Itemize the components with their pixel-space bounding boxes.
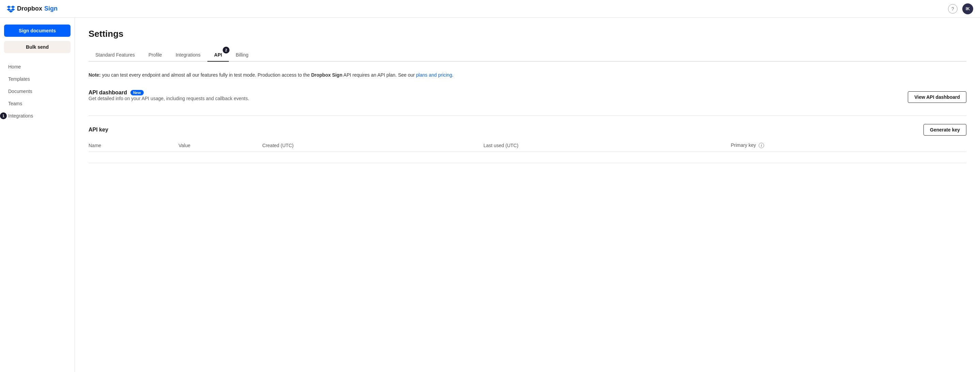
view-api-dashboard-button[interactable]: View API dashboard bbox=[908, 91, 966, 103]
sign-documents-button[interactable]: Sign documents bbox=[4, 24, 70, 37]
api-key-header: API key Generate key bbox=[89, 124, 966, 136]
sidebar-item-home[interactable]: Home bbox=[0, 61, 75, 73]
tab-billing[interactable]: Billing bbox=[229, 49, 255, 62]
dropbox-logo-icon bbox=[7, 5, 15, 13]
plans-pricing-link[interactable]: plans and pricing bbox=[416, 72, 452, 78]
logo-dropbox-text: Dropbox bbox=[17, 5, 42, 12]
avatar-button[interactable]: IK bbox=[962, 3, 973, 14]
note-text2: API requires an API plan. See our bbox=[342, 72, 416, 78]
api-key-table-head: Name Value Created (UTC) Last used (UTC)… bbox=[89, 139, 966, 152]
header: Dropbox Sign ? IK bbox=[0, 0, 980, 18]
col-value: Value bbox=[178, 139, 262, 152]
help-button[interactable]: ? bbox=[948, 4, 958, 14]
main-content: Settings Standard Features Profile Integ… bbox=[75, 18, 980, 372]
generate-key-button[interactable]: Generate key bbox=[923, 124, 966, 136]
note-text: you can test every endpoint and almost a… bbox=[101, 72, 311, 78]
sidebar-item-templates-label: Templates bbox=[8, 76, 30, 82]
sidebar-item-home-label: Home bbox=[8, 64, 21, 70]
api-key-title: API key bbox=[89, 127, 108, 133]
api-dashboard-title-row: API dashboard New bbox=[89, 89, 249, 96]
sidebar-nav: Home Templates Documents Teams 1 Integra… bbox=[0, 61, 75, 122]
note-suffix: . bbox=[452, 72, 453, 78]
note-prefix: Note: bbox=[89, 72, 101, 78]
sidebar-item-teams-label: Teams bbox=[8, 101, 22, 106]
primary-key-info-icon[interactable]: i bbox=[759, 143, 764, 148]
logo: Dropbox Sign bbox=[7, 5, 57, 13]
note-brand: Dropbox Sign bbox=[311, 72, 342, 78]
col-primary-key-label: Primary key bbox=[731, 142, 756, 148]
sidebar-item-documents-label: Documents bbox=[8, 89, 32, 94]
api-key-table: Name Value Created (UTC) Last used (UTC)… bbox=[89, 139, 966, 152]
api-dashboard-new-badge: New bbox=[130, 90, 144, 96]
api-dashboard-description: Get detailed info on your API usage, inc… bbox=[89, 96, 249, 101]
tab-api-label: API bbox=[214, 52, 222, 57]
sidebar-item-integrations[interactable]: 1 Integrations bbox=[0, 110, 75, 122]
api-key-table-header-row: Name Value Created (UTC) Last used (UTC)… bbox=[89, 139, 966, 152]
sidebar: Sign documents Bulk send Home Templates … bbox=[0, 18, 75, 372]
settings-tabs: Standard Features Profile Integrations A… bbox=[89, 49, 966, 62]
api-dashboard-title: API dashboard bbox=[89, 89, 127, 96]
layout: Sign documents Bulk send Home Templates … bbox=[0, 18, 980, 372]
sidebar-item-templates[interactable]: Templates bbox=[0, 73, 75, 85]
page-title: Settings bbox=[89, 29, 966, 39]
col-primary-key: Primary key i bbox=[731, 139, 966, 152]
sidebar-item-documents[interactable]: Documents bbox=[0, 85, 75, 97]
tab-standard-features[interactable]: Standard Features bbox=[89, 49, 142, 62]
tab-integrations[interactable]: Integrations bbox=[169, 49, 207, 62]
api-key-section: API key Generate key Name Value Created … bbox=[89, 124, 966, 152]
header-right: ? IK bbox=[948, 3, 973, 14]
col-last-used: Last used (UTC) bbox=[484, 139, 731, 152]
sidebar-item-integrations-label: Integrations bbox=[8, 113, 33, 118]
sidebar-integrations-badge: 1 bbox=[0, 112, 7, 119]
tab-profile[interactable]: Profile bbox=[142, 49, 169, 62]
sidebar-item-teams[interactable]: Teams bbox=[0, 97, 75, 110]
api-note: Note: you can test every endpoint and al… bbox=[89, 71, 966, 79]
logo-sign-text: Sign bbox=[44, 5, 57, 12]
col-created: Created (UTC) bbox=[262, 139, 483, 152]
section-divider-2 bbox=[89, 163, 966, 163]
api-dashboard-left: API dashboard New Get detailed info on y… bbox=[89, 89, 249, 105]
api-dashboard-section: API dashboard New Get detailed info on y… bbox=[89, 89, 966, 105]
bulk-send-button[interactable]: Bulk send bbox=[4, 41, 70, 53]
api-dashboard-header: API dashboard New Get detailed info on y… bbox=[89, 89, 966, 105]
tab-api-badge: 2 bbox=[223, 47, 229, 53]
col-name: Name bbox=[89, 139, 178, 152]
section-divider-1 bbox=[89, 115, 966, 116]
tab-api[interactable]: API 2 bbox=[207, 49, 229, 62]
